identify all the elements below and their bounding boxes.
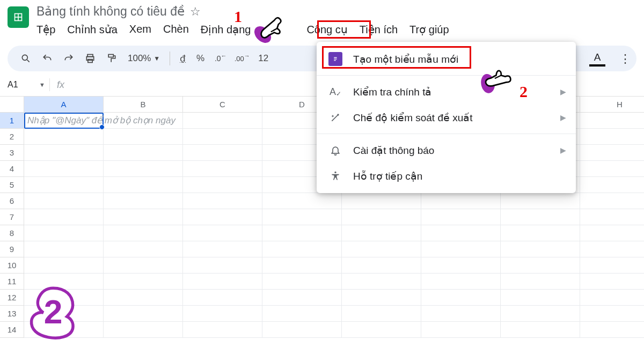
star-icon[interactable]: ☆ — [190, 5, 201, 19]
menu-help[interactable]: Trợ giúp — [409, 22, 449, 37]
row-header[interactable]: 8 — [0, 225, 24, 241]
sheets-logo[interactable] — [8, 6, 29, 28]
cell[interactable] — [501, 193, 580, 209]
cell[interactable] — [421, 257, 501, 274]
cell[interactable] — [24, 225, 104, 241]
cell[interactable] — [262, 322, 342, 338]
cell[interactable] — [580, 306, 644, 322]
cell[interactable] — [580, 257, 644, 274]
currency-button[interactable]: ₫ — [175, 49, 190, 68]
cell[interactable] — [342, 225, 421, 241]
cell[interactable] — [183, 290, 262, 306]
cell[interactable] — [421, 193, 501, 209]
cell[interactable] — [24, 193, 104, 209]
cell[interactable] — [262, 257, 342, 274]
cell[interactable] — [342, 306, 421, 322]
cell[interactable] — [501, 225, 580, 241]
cell[interactable] — [501, 290, 580, 306]
menu-item-spellcheck[interactable]: A✓ Kiểm tra chính tả ▶ — [317, 79, 576, 105]
cell[interactable] — [501, 209, 580, 225]
row-header[interactable]: 2 — [0, 129, 24, 145]
cell[interactable] — [24, 257, 104, 274]
menu-item-notifications[interactable]: Cài đặt thông báo ▶ — [317, 137, 576, 163]
cell[interactable] — [183, 129, 262, 145]
column-header-a[interactable]: A — [24, 97, 104, 113]
cell[interactable] — [580, 322, 644, 338]
cell[interactable] — [501, 257, 580, 274]
search-icon[interactable] — [16, 49, 35, 68]
cell[interactable] — [183, 145, 262, 161]
paint-format-icon[interactable] — [102, 49, 121, 68]
cell[interactable] — [580, 209, 644, 225]
cell[interactable] — [104, 129, 183, 145]
cell[interactable] — [342, 193, 421, 209]
cell[interactable] — [580, 274, 644, 290]
column-header-h[interactable]: H — [580, 97, 644, 113]
row-header[interactable]: 14 — [0, 322, 24, 338]
menu-item-create-form[interactable]: Tạo một biểu mẫu mới — [317, 46, 576, 72]
print-icon[interactable] — [80, 49, 100, 68]
row-header[interactable]: 6 — [0, 193, 24, 209]
row-header[interactable]: 9 — [0, 241, 24, 257]
column-header-b[interactable]: B — [104, 97, 183, 113]
cell[interactable] — [580, 161, 644, 177]
cell[interactable] — [183, 225, 262, 241]
menu-edit[interactable]: Chỉnh sửa — [67, 22, 118, 37]
row-header[interactable]: 12 — [0, 290, 24, 306]
row-header[interactable]: 3 — [0, 145, 24, 161]
cell[interactable] — [421, 209, 501, 225]
percent-button[interactable]: % — [192, 49, 209, 68]
document-title[interactable]: Bảng tính không có tiêu đề — [36, 4, 185, 19]
menu-insert[interactable]: Chèn — [163, 22, 189, 37]
zoom-level[interactable]: 100% ▼ — [123, 49, 164, 68]
cell[interactable] — [421, 274, 501, 290]
cell[interactable] — [342, 241, 421, 257]
cell[interactable] — [421, 322, 501, 338]
cell[interactable] — [183, 193, 262, 209]
cell[interactable] — [580, 290, 644, 306]
menu-item-accessibility[interactable]: Hỗ trợ tiếp cận — [317, 163, 576, 189]
cell[interactable] — [421, 225, 501, 241]
cell[interactable] — [342, 322, 421, 338]
cell[interactable] — [104, 177, 183, 193]
cell[interactable] — [183, 209, 262, 225]
cell[interactable] — [421, 241, 501, 257]
text-color-button[interactable]: A — [589, 51, 605, 67]
cell[interactable] — [262, 209, 342, 225]
row-header[interactable]: 10 — [0, 257, 24, 274]
cell[interactable] — [501, 241, 580, 257]
cell[interactable] — [104, 209, 183, 225]
cell[interactable] — [262, 241, 342, 257]
row-header[interactable]: 7 — [0, 209, 24, 225]
cell[interactable] — [262, 225, 342, 241]
menu-format[interactable]: Định dạng — [201, 22, 251, 37]
name-box[interactable]: A1 ▼ — [0, 77, 49, 93]
cell[interactable] — [580, 241, 644, 257]
cell[interactable] — [342, 290, 421, 306]
undo-icon[interactable] — [38, 49, 57, 68]
row-header[interactable]: 13 — [0, 306, 24, 322]
cell[interactable] — [501, 306, 580, 322]
cell[interactable] — [580, 145, 644, 161]
cell[interactable] — [580, 129, 644, 145]
cell[interactable] — [104, 193, 183, 209]
cell[interactable] — [24, 209, 104, 225]
cell[interactable] — [104, 290, 183, 306]
cell[interactable] — [24, 145, 104, 161]
cell[interactable] — [24, 129, 104, 145]
redo-icon[interactable] — [59, 49, 78, 68]
cell[interactable] — [580, 193, 644, 209]
cell[interactable] — [104, 322, 183, 338]
cell[interactable] — [421, 290, 501, 306]
cell[interactable] — [104, 241, 183, 257]
cell[interactable] — [183, 177, 262, 193]
cell[interactable] — [104, 161, 183, 177]
menu-view[interactable]: Xem — [129, 22, 151, 37]
cell[interactable] — [262, 193, 342, 209]
cell[interactable] — [183, 274, 262, 290]
menu-extensions[interactable]: Tiện ích — [360, 22, 398, 37]
cell[interactable] — [262, 274, 342, 290]
cell[interactable] — [104, 306, 183, 322]
cell[interactable] — [262, 306, 342, 322]
cell[interactable] — [183, 113, 262, 129]
